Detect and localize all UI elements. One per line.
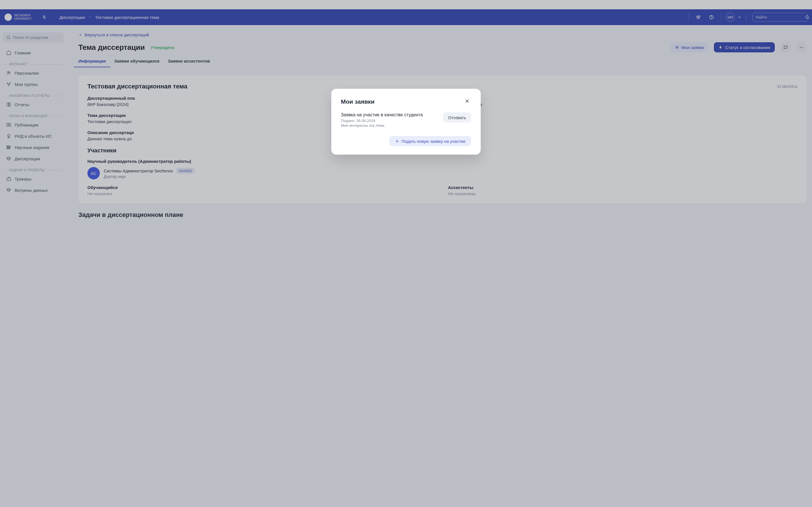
modal-title: Мои заявки [341, 98, 375, 105]
application-row: Заявка на участие в качестве студента По… [341, 112, 471, 128]
application-note: Мне интересна эта тема. [341, 123, 423, 128]
new-application-button[interactable]: Подать новую заявку на участие [389, 136, 471, 146]
recall-button[interactable]: Отозвать [443, 112, 471, 122]
modal-overlay[interactable]: Мои заявки Заявка на участие в качестве … [0, 0, 812, 507]
my-applications-modal: Мои заявки Заявка на участие в качестве … [331, 89, 481, 155]
application-title: Заявка на участие в качестве студента [341, 112, 423, 117]
plus-icon [395, 139, 399, 144]
application-submitted: Подано: 26.08.2024 [341, 119, 423, 123]
close-icon[interactable] [464, 98, 471, 105]
